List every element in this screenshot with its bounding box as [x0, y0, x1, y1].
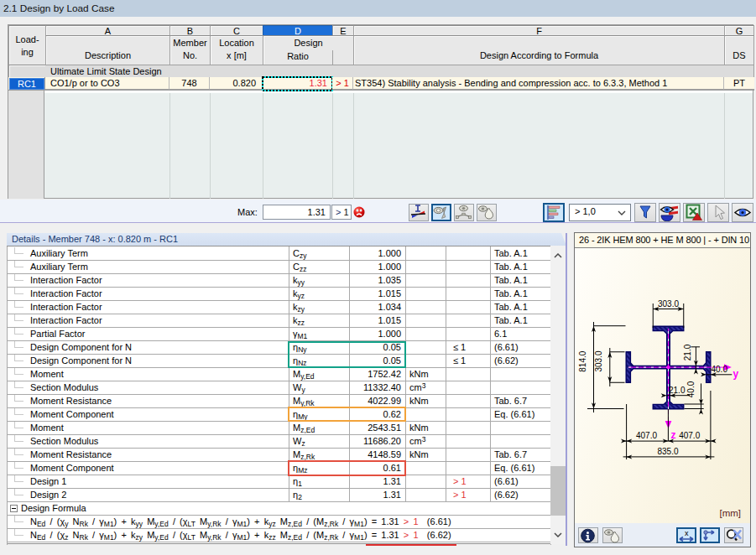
svg-text:407.0: 407.0	[636, 431, 657, 440]
svg-text:x: x	[685, 529, 689, 537]
svg-text:303.0: 303.0	[658, 299, 679, 309]
svg-text:21.0: 21.0	[669, 386, 686, 395]
svg-text:40.0: 40.0	[686, 381, 696, 397]
svg-text:21.0: 21.0	[683, 344, 692, 360]
svg-text:407.0: 407.0	[679, 431, 700, 440]
svg-text:40.0: 40.0	[712, 365, 728, 374]
svg-text:835.0: 835.0	[657, 447, 678, 456]
svg-text:814.0: 814.0	[578, 350, 587, 371]
svg-text:y: y	[733, 368, 739, 380]
svg-text:303.0: 303.0	[594, 350, 603, 371]
